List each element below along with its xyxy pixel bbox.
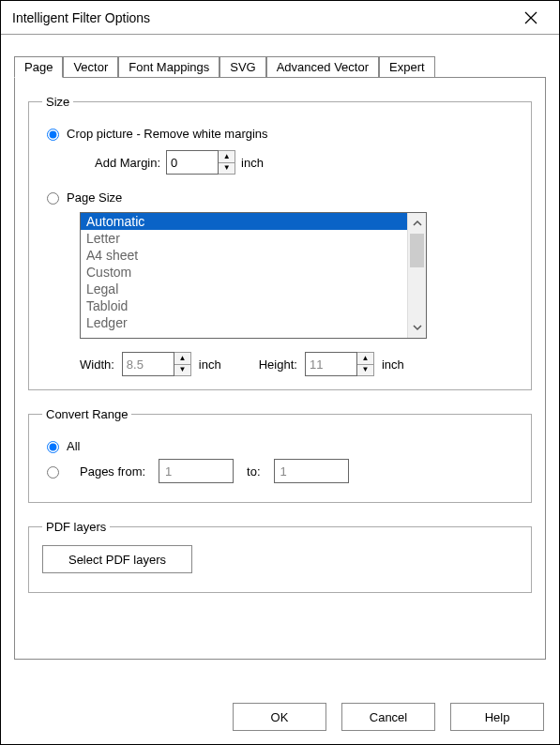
tab-advanced-vector[interactable]: Advanced Vector [266,56,379,77]
window-title: Intelligent Filter Options [12,10,150,25]
radio-all-label: All [67,439,80,453]
tab-svg[interactable]: SVG [219,56,265,77]
group-size: Size Crop picture - Remove white margins… [28,95,532,390]
add-margin-input[interactable] [166,150,219,175]
radio-page-size-row: Page Size [42,190,518,205]
add-margin-spinner: ▲ ▼ [166,150,235,175]
group-size-legend: Size [42,95,73,109]
cancel-button[interactable]: Cancel [341,703,435,731]
radio-pages-from[interactable] [47,466,59,479]
radio-page-size-label: Page Size [67,190,122,205]
dialog-window: Intelligent Filter Options Page Vector F… [0,0,560,745]
add-margin-label: Add Margin: [95,156,160,170]
close-icon [524,11,537,24]
group-convert-range-legend: Convert Range [42,407,131,421]
width-spin-buttons: ▲ ▼ [174,352,191,376]
dialog-footer: OK Cancel Help [233,703,544,731]
page-size-listbox-wrap: Automatic Letter A4 sheet Custom Legal T… [80,212,427,339]
scroll-thumb[interactable] [410,234,424,267]
height-unit: inch [382,357,404,372]
page-size-listbox[interactable]: Automatic Letter A4 sheet Custom Legal T… [81,213,407,338]
group-convert-range: Convert Range All Pages from: to: [28,407,532,503]
height-label: Height: [259,357,297,372]
radio-page-size[interactable] [47,192,59,205]
radio-pages-from-row: Pages from: to: [42,459,518,483]
content-area: Page Vector Font Mappings SVG Advanced V… [1,35,559,660]
tab-expert[interactable]: Expert [379,56,435,77]
width-input[interactable] [122,352,174,376]
radio-all[interactable] [47,441,59,453]
list-item[interactable]: Ledger [81,314,407,331]
radio-all-row: All [42,438,518,453]
scroll-track[interactable] [408,234,426,317]
tab-vector[interactable]: Vector [63,56,118,77]
add-margin-spin-down[interactable]: ▼ [219,163,235,175]
pages-from-input[interactable] [159,459,234,483]
pages-to-label: to: [247,464,260,479]
add-margin-unit: inch [241,156,264,170]
height-input[interactable] [305,352,357,376]
height-spin-down[interactable]: ▼ [357,365,373,376]
radio-pages-from-label: Pages from: [80,464,145,479]
select-pdf-layers-button[interactable]: Select PDF layers [42,545,192,573]
add-margin-spin-up[interactable]: ▲ [219,151,235,163]
width-label: Width: [80,357,114,372]
group-pdf-layers: PDF layers Select PDF layers [28,520,532,593]
titlebar: Intelligent Filter Options [1,1,559,35]
list-item[interactable]: Automatic [81,213,407,230]
width-spin-down[interactable]: ▼ [174,365,190,376]
help-button[interactable]: Help [450,703,544,731]
list-item[interactable]: A4 sheet [81,247,407,264]
tab-panel-page: Size Crop picture - Remove white margins… [14,78,546,660]
radio-crop[interactable] [47,129,59,141]
list-item[interactable]: Custom [81,264,407,281]
list-item[interactable]: Letter [81,230,407,247]
list-item[interactable]: Legal [81,281,407,297]
add-margin-row: Add Margin: ▲ ▼ inch [95,150,518,175]
tab-strip: Page Vector Font Mappings SVG Advanced V… [14,52,546,78]
close-button[interactable] [512,5,550,31]
scroll-up-icon[interactable] [408,213,426,234]
pages-to-input[interactable] [274,459,349,483]
group-pdf-layers-legend: PDF layers [42,520,110,534]
add-margin-spin-buttons: ▲ ▼ [219,150,235,175]
scroll-down-icon[interactable] [408,317,426,338]
height-spin-up[interactable]: ▲ [357,353,373,365]
radio-crop-row: Crop picture - Remove white margins [42,126,518,141]
list-item[interactable]: Tabloid [81,297,407,314]
tab-font-mappings[interactable]: Font Mappings [118,56,219,77]
width-spinner: ▲ ▼ [122,352,191,376]
ok-button[interactable]: OK [233,703,326,731]
height-spin-buttons: ▲ ▼ [357,352,374,376]
tab-page[interactable]: Page [14,56,63,78]
width-spin-up[interactable]: ▲ [174,353,190,365]
width-unit: inch [199,357,221,372]
height-spinner: ▲ ▼ [305,352,374,376]
radio-crop-label: Crop picture - Remove white margins [67,127,268,141]
listbox-scrollbar[interactable] [407,213,426,338]
dimensions-row: Width: ▲ ▼ inch Height: ▲ [80,352,518,376]
